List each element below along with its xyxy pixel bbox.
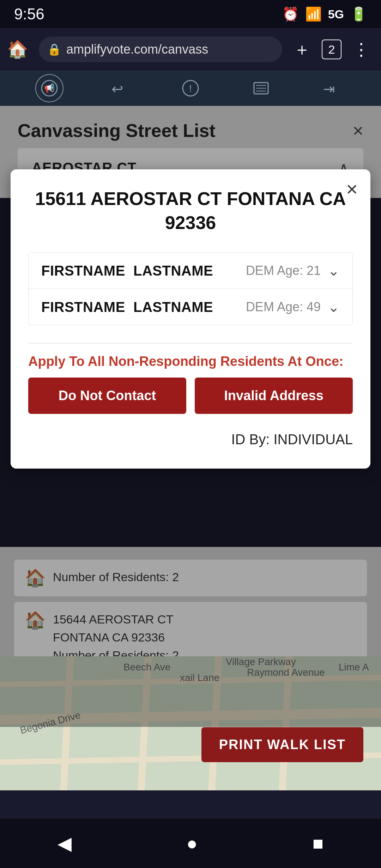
resident-info-1: DEM Age: 21 — [246, 263, 321, 278]
battery-icon: 🔋 — [350, 6, 367, 22]
apply-buttons: Do Not Contact Invalid Address — [28, 378, 353, 414]
status-time: 9:56 — [14, 5, 44, 23]
svg-text:!: ! — [189, 83, 192, 94]
svg-text:↩: ↩ — [111, 81, 123, 97]
toolbar: 📢 ↩ ! ⇥ — [0, 71, 381, 106]
signal-icon: 📶 — [305, 6, 322, 22]
recent-apps-button[interactable]: ■ — [313, 833, 323, 854]
status-icons: ⏰ 📶 5G 🔋 — [282, 6, 367, 22]
menu-icon[interactable]: ⋮ — [349, 40, 374, 59]
apply-label: Apply To All Non-Responding Residents At… — [28, 354, 353, 369]
resident-name-2: FIRSTNAME LASTNAME — [41, 299, 246, 315]
resident-list: FIRSTNAME LASTNAME DEM Age: 21 ⌄ FIRSTNA… — [28, 252, 353, 325]
do-not-contact-button[interactable]: Do Not Contact — [28, 378, 186, 414]
resident-info-2: DEM Age: 49 — [246, 300, 321, 314]
id-by: ID By: INDIVIDUAL — [28, 432, 353, 447]
resident-name-1: FIRSTNAME LASTNAME — [41, 263, 246, 279]
speaker-icon[interactable]: 📢 — [35, 74, 64, 102]
status-bar: 9:56 ⏰ 📶 5G 🔋 — [0, 0, 381, 28]
back-nav-button[interactable]: ◀ — [58, 833, 72, 854]
modal-close-button[interactable]: × — [346, 179, 358, 199]
resident-row[interactable]: FIRSTNAME LASTNAME DEM Age: 49 ⌄ — [29, 289, 352, 325]
url-bar[interactable]: 🔒 amplifyvote.com/canvass — [39, 37, 282, 62]
5g-icon: 5G — [328, 7, 344, 21]
print-walk-list-button[interactable]: PRINT WALK LIST — [201, 727, 363, 762]
modal-address: 15611 AEROSTAR CT FONTANA CA 92336 — [28, 187, 353, 235]
exit-icon[interactable]: ⇥ — [318, 74, 346, 102]
url-security-icon: 🔒 — [47, 43, 61, 56]
chevron-down-icon-2[interactable]: ⌄ — [328, 299, 340, 315]
nav-bar: ◀ ● ■ — [0, 819, 381, 868]
divider — [28, 343, 353, 343]
svg-text:📢: 📢 — [44, 83, 55, 93]
url-text: amplifyvote.com/canvass — [66, 42, 208, 57]
svg-text:⇥: ⇥ — [323, 81, 335, 97]
home-nav-button[interactable]: ● — [187, 833, 198, 854]
add-tab-icon[interactable]: ＋ — [289, 38, 315, 61]
chevron-down-icon-1[interactable]: ⌄ — [328, 263, 340, 279]
browser-home-icon[interactable]: 🏠 — [7, 40, 28, 59]
address-modal: × 15611 AEROSTAR CT FONTANA CA 92336 FIR… — [11, 169, 370, 469]
tab-count[interactable]: 2 — [322, 40, 341, 59]
resident-row[interactable]: FIRSTNAME LASTNAME DEM Age: 21 ⌄ — [29, 253, 352, 289]
list-icon[interactable] — [247, 74, 275, 102]
back-icon[interactable]: ↩ — [106, 74, 134, 102]
alarm-icon: ⏰ — [282, 6, 299, 22]
invalid-address-button[interactable]: Invalid Address — [195, 378, 353, 414]
browser-bar: 🏠 🔒 amplifyvote.com/canvass ＋ 2 ⋮ — [0, 28, 381, 71]
info-icon[interactable]: ! — [176, 74, 205, 102]
